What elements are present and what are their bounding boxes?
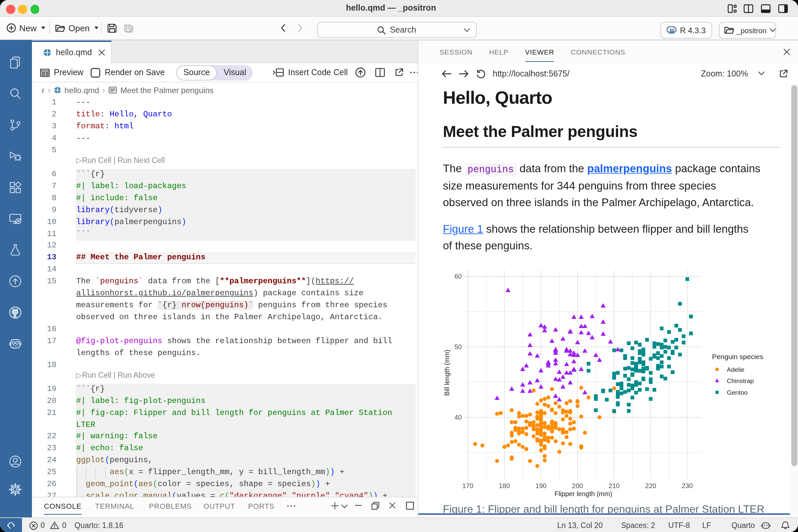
svg-text:190: 190 xyxy=(535,482,546,490)
svg-text:60: 60 xyxy=(455,273,462,280)
svg-text:210: 210 xyxy=(608,482,620,490)
svg-text:200: 200 xyxy=(572,482,583,490)
svg-text:Penguin species: Penguin species xyxy=(712,353,763,360)
svg-text:Flipper length (mm): Flipper length (mm) xyxy=(555,490,612,497)
svg-text:Gentoo: Gentoo xyxy=(727,389,747,396)
svg-text:180: 180 xyxy=(499,482,510,490)
svg-text:40: 40 xyxy=(455,414,462,421)
svg-text:Adelie: Adelie xyxy=(727,366,744,373)
svg-text:Bill length (mm): Bill length (mm) xyxy=(443,350,451,396)
svg-text:220: 220 xyxy=(645,482,656,490)
svg-text:170: 170 xyxy=(462,482,473,490)
svg-text:R: R xyxy=(669,27,674,35)
svg-text:230: 230 xyxy=(682,482,692,490)
svg-text:50: 50 xyxy=(455,343,462,350)
svg-text:Chinstrap: Chinstrap xyxy=(727,377,754,384)
